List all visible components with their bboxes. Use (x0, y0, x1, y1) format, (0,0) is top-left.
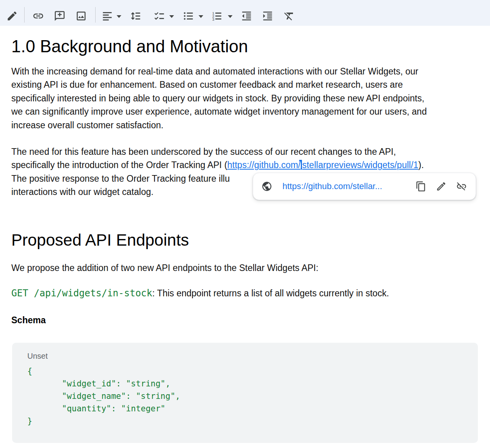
indent-increase-button[interactable] (262, 10, 273, 22)
code-line: "widget_name": "string", (27, 390, 470, 402)
add-comment-button[interactable] (54, 10, 66, 22)
endpoint-description: : This endpoint returns a list of all wi… (152, 288, 389, 298)
link-text-after-caret: stellarpreviews/widgets/pull/1 (302, 160, 418, 170)
popup-link-url[interactable]: https://github.com/stellar... (282, 181, 406, 191)
unlink-icon (456, 181, 467, 192)
numbered-list-button[interactable]: 1 2 3 (211, 10, 223, 22)
text-line: increase overall customer satisfaction. (11, 119, 483, 132)
schema-label: Schema (11, 315, 46, 326)
pen-icon (6, 10, 18, 22)
paragraph-intro: With the increasing demand for real-time… (11, 65, 483, 132)
bulleted-list-dropdown-arrow[interactable] (199, 15, 203, 18)
text-line: With the increasing demand for real-time… (11, 65, 483, 78)
code-block: Unset { "widget_id": "string", "widget_n… (12, 343, 478, 443)
text-cursor (301, 160, 302, 170)
svg-text:3: 3 (212, 17, 214, 21)
indent-decrease-icon (241, 10, 252, 22)
line-spacing-button[interactable] (130, 10, 142, 22)
code-line: } (27, 415, 470, 427)
align-dropdown-arrow[interactable] (117, 15, 121, 18)
text-segment: ). (418, 160, 424, 170)
pen-button[interactable] (6, 10, 18, 22)
align-left-button[interactable] (101, 10, 113, 22)
checklist-dropdown-arrow[interactable] (169, 15, 174, 18)
indent-decrease-button[interactable] (241, 10, 252, 22)
link-preview-popup: https://github.com/stellar... (253, 173, 476, 200)
code-language-label: Unset (27, 352, 470, 361)
remove-link-button[interactable] (456, 181, 467, 192)
code-line: { (27, 365, 470, 377)
text-line: existing API is due for enhancement. Bas… (11, 78, 483, 91)
heading-background-and-motivation: 1.0 Background and Motivation (11, 37, 248, 56)
code-line: "quantity": "integer" (27, 402, 470, 415)
bulleted-list-button[interactable] (183, 10, 194, 22)
code-line: "widget_id": "string", (27, 377, 470, 390)
checklist-button[interactable] (154, 10, 165, 22)
numbered-list-icon: 1 2 3 (211, 10, 223, 22)
line-spacing-icon (130, 10, 142, 22)
endpoint-code: GET /api/widgets/in-stock (11, 288, 152, 299)
edit-pencil-icon (436, 181, 447, 192)
toolbar-divider (24, 7, 25, 23)
toolbar-divider (95, 7, 96, 23)
heading-proposed-api-endpoints: Proposed API Endpoints (11, 231, 189, 250)
indent-increase-icon (262, 10, 273, 22)
edit-link-button[interactable] (436, 181, 447, 192)
document-editor: 1 2 3 1.0 Background and Motivation Wit (0, 0, 490, 448)
align-left-icon (101, 10, 113, 22)
bulleted-list-icon (183, 10, 194, 22)
text-line: The need for this feature has been under… (11, 145, 483, 158)
image-icon (75, 10, 87, 22)
numbered-list-dropdown-arrow[interactable] (228, 15, 233, 18)
text-line: we can significantly improve user experi… (11, 105, 483, 118)
link-text-before-caret: https://github.com/ (227, 160, 301, 170)
checklist-icon (154, 10, 165, 22)
order-tracking-pr-link[interactable]: https://github.com/stellarpreviews/widge… (227, 160, 419, 170)
link-icon (32, 10, 44, 22)
copy-link-button[interactable] (415, 181, 426, 192)
text-segment: specifically the introduction of the Ord… (11, 160, 227, 170)
insert-image-button[interactable] (75, 10, 87, 22)
paragraph-propose: We propose the addition of two new API e… (11, 261, 483, 274)
endpoint-line: GET /api/widgets/in-stock: This endpoint… (11, 288, 389, 299)
text-line: specifically interested in being able to… (11, 92, 483, 105)
globe-icon (261, 181, 272, 192)
clear-formatting-button[interactable] (283, 10, 295, 22)
clear-formatting-icon (283, 10, 295, 22)
text-line-with-link: specifically the introduction of the Ord… (11, 158, 483, 172)
add-comment-icon (54, 10, 66, 22)
formatting-toolbar: 1 2 3 (0, 0, 490, 26)
insert-link-button[interactable] (32, 10, 44, 22)
copy-icon (415, 181, 426, 192)
